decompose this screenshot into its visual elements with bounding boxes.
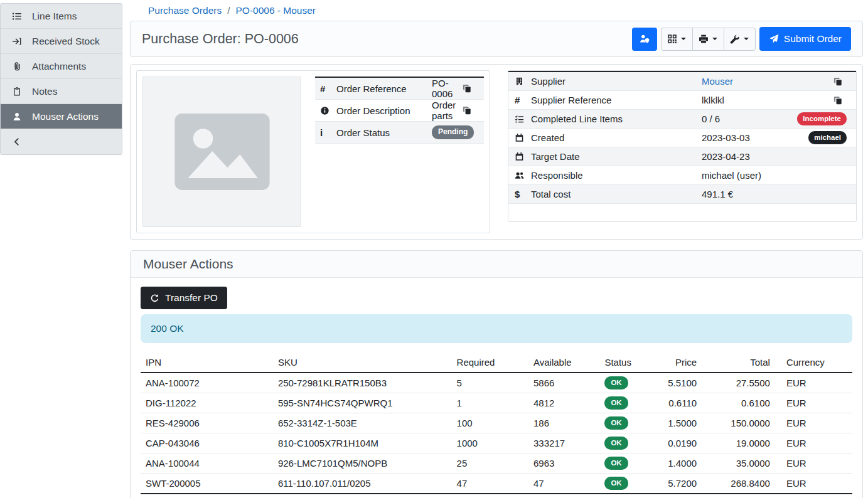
cell-sku: 652-3314Z-1-503E (273, 413, 452, 433)
column-header-ipn: IPN (141, 353, 273, 373)
po-header-panel: Purchase Order: PO-0006 Submit Order (130, 21, 863, 57)
admin-button[interactable] (632, 28, 657, 51)
page-title: Purchase Order: PO-0006 (142, 31, 299, 47)
copy-button[interactable] (463, 84, 479, 93)
cell-total: 150.0000 (704, 413, 778, 433)
cell-status: OK (599, 453, 650, 473)
options-menu-button[interactable] (724, 28, 756, 51)
cell-price: 1.5000 (650, 413, 704, 433)
cell-sku: 611-110.107.011/0205 (273, 473, 452, 493)
table-row: RES-429006652-3314Z-1-503E100186OK1.5000… (141, 413, 852, 433)
sidebar-item-received-stock[interactable]: Received Stock (1, 29, 122, 54)
footer-empty-cell (273, 494, 452, 498)
detail-value: lklklkl (702, 95, 828, 105)
table-header-row: IPNSKURequiredAvailableStatusPriceTotalC… (141, 353, 852, 373)
cell-status: OK (599, 433, 650, 453)
cell-total: 27.5500 (704, 373, 778, 393)
part-thumbnail[interactable] (142, 77, 301, 227)
dollar-icon: $ (515, 189, 531, 199)
detail-label: Supplier Reference (531, 95, 702, 105)
ok-badge: OK (604, 376, 628, 389)
po-details-panel: #Order ReferencePO-0006Order Description… (130, 64, 863, 240)
ok-badge: OK (604, 457, 628, 470)
supplier-detail-table: SupplierMouser#Supplier Referencelklklkl… (508, 71, 856, 204)
detail-row-order-description: Order DescriptionOrder parts (315, 100, 484, 122)
cell-currency: EUR (778, 453, 852, 473)
sidebar-item-notes[interactable]: Notes (1, 79, 122, 104)
info-icon: i (320, 127, 336, 138)
cell-total: 268.8400 (704, 473, 778, 493)
panel-title: Mouser Actions (143, 257, 850, 272)
users-icon (515, 171, 531, 180)
barcode-menu-button[interactable] (661, 28, 693, 51)
detail-row-order-status: iOrder StatusPending (315, 122, 484, 144)
user-shield-icon (640, 34, 650, 44)
order-detail-table: #Order ReferencePO-0006Order Description… (315, 77, 484, 227)
transfer-po-label: Transfer PO (165, 292, 218, 304)
detail-row-created: Created2023-03-03michael (508, 129, 856, 147)
submit-order-button[interactable]: Submit Order (759, 27, 851, 51)
breadcrumb-link-po-0006-mouser[interactable]: PO-0006 - Mouser (235, 5, 316, 16)
detail-value[interactable]: Mouser (702, 76, 828, 87)
sidebar-collapse-button[interactable] (1, 129, 122, 154)
cell-available: 4812 (528, 393, 599, 413)
cell-required: 5 (452, 373, 528, 393)
footer-empty-cell (452, 494, 528, 498)
breadcrumb-link-purchase-orders[interactable]: Purchase Orders (148, 5, 222, 16)
detail-label: Target Date (531, 151, 702, 162)
table-row: CAP-043046810-C1005X7R1H104M1000333217OK… (141, 433, 852, 453)
cell-required: 47 (452, 473, 528, 493)
detail-value: michael (user) (702, 170, 850, 181)
column-header-available: Available (528, 353, 599, 373)
header-actions: Submit Order (632, 27, 851, 51)
sidebar-item-mouser-actions[interactable]: Mouser Actions (1, 104, 122, 129)
cell-price: 5.5100 (650, 373, 704, 393)
detail-row-supplier-reference: #Supplier Referencelklklkl (508, 91, 856, 110)
cell-currency: EUR (778, 373, 852, 393)
detail-row-order-reference: #Order ReferencePO-0006 (315, 78, 484, 100)
cell-status: OK (599, 473, 650, 493)
detail-row-completed-line-items: Completed Line Items0 / 6Incomplete (508, 110, 856, 129)
sign-in-icon (11, 36, 23, 46)
cell-available: 333217 (528, 433, 599, 453)
copy-icon (833, 96, 850, 105)
cell-sku: 595-SN74HCS74QPWRQ1 (273, 393, 452, 413)
cell-status: OK (599, 373, 650, 393)
table-row: ANA-100044926-LMC7101QM5/NOPB256963OK1.4… (141, 453, 852, 473)
copy-button[interactable] (833, 96, 850, 105)
detail-row-responsible: Responsiblemichael (user) (508, 166, 856, 185)
footer-total-value: 501.0000 (704, 494, 778, 498)
chevron-left-icon (11, 137, 23, 147)
print-menu-button[interactable] (692, 28, 724, 51)
copy-icon (833, 77, 850, 86)
cell-ipn: DIG-112022 (141, 393, 273, 413)
copy-button[interactable] (833, 77, 850, 86)
detail-label: Created (531, 132, 702, 143)
info-circle-icon (320, 106, 336, 115)
tasks-icon (515, 114, 531, 124)
cell-sku: 810-C1005X7R1H104M (273, 433, 452, 453)
cell-currency: EUR (778, 473, 852, 493)
copy-icon (463, 106, 479, 115)
detail-label: Total cost (531, 189, 702, 199)
sidebar-item-line-items[interactable]: Line Items (1, 4, 122, 29)
details-columns: #Order ReferencePO-0006Order Description… (136, 70, 857, 233)
transfer-po-button[interactable]: Transfer PO (141, 287, 227, 309)
sidebar-item-attachments[interactable]: Attachments (1, 54, 122, 79)
status-badge-pending: Pending (432, 125, 474, 139)
list-icon (11, 11, 23, 21)
column-header-status: Status (599, 353, 650, 373)
detail-label: Order Description (336, 105, 432, 116)
hash-icon: # (515, 95, 531, 105)
footer-empty-cell (650, 494, 704, 498)
order-detail-box: #Order ReferencePO-0006Order Description… (136, 70, 490, 233)
sidebar-item-label: Received Stock (32, 36, 100, 47)
breadcrumb: Purchase Orders/PO-0006 - Mouser (130, 0, 863, 21)
footer-empty-cell (599, 494, 650, 498)
detail-label: Completed Line Items (531, 114, 702, 124)
copy-button[interactable] (463, 106, 479, 115)
table-row: DIG-112022595-SN74HCS74QPWRQ114812OK0.61… (141, 393, 852, 413)
cell-ipn: CAP-043046 (141, 433, 273, 453)
detail-label: Responsible (531, 170, 702, 181)
table-row: ANA-100072250-72981KLRATR150B355866OK5.5… (141, 373, 852, 393)
